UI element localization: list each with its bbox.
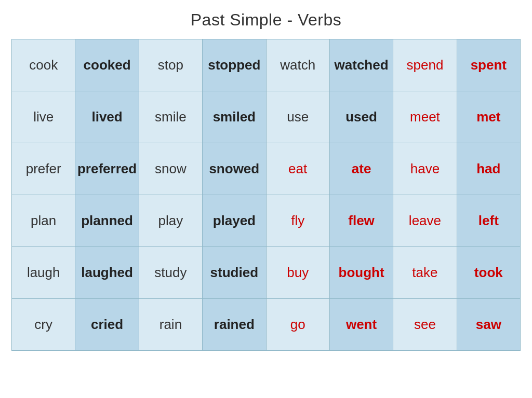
table-cell: take <box>393 247 457 299</box>
table-cell: study <box>139 247 202 299</box>
table-cell: lived <box>75 91 139 143</box>
table-cell: see <box>393 299 457 351</box>
table-cell: stop <box>139 39 202 91</box>
table-cell: used <box>329 91 393 143</box>
table-cell: spend <box>393 39 457 91</box>
table-cell: fly <box>266 195 329 247</box>
table-cell: eat <box>266 143 329 195</box>
table-cell: cooked <box>75 39 139 91</box>
table-cell: go <box>266 299 329 351</box>
table-cell: buy <box>266 247 329 299</box>
table-cell: watched <box>329 39 393 91</box>
table-cell: preferred <box>75 143 139 195</box>
table-cell: played <box>203 195 266 247</box>
table-row: crycriedrainrainedgowentseesaw <box>12 299 521 351</box>
table-cell: prefer <box>12 143 75 195</box>
table-cell: left <box>457 195 520 247</box>
table-row: planplannedplayplayedflyflewleaveleft <box>12 195 521 247</box>
table-cell: play <box>139 195 202 247</box>
table-cell: live <box>12 91 75 143</box>
table-cell: laughed <box>75 247 139 299</box>
table-cell: snowed <box>203 143 266 195</box>
table-cell: laugh <box>12 247 75 299</box>
table-cell: stopped <box>203 39 266 91</box>
table-cell: went <box>329 299 393 351</box>
verbs-table: cookcookedstopstoppedwatchwatchedspendsp… <box>11 39 521 351</box>
table-cell: meet <box>393 91 457 143</box>
table-cell: use <box>266 91 329 143</box>
table-cell: saw <box>457 299 520 351</box>
table-cell: ate <box>329 143 393 195</box>
table-cell: cook <box>12 39 75 91</box>
table-cell: took <box>457 247 520 299</box>
table-row: livelivedsmilesmileduseusedmeetmet <box>12 91 521 143</box>
table-cell: rained <box>203 299 266 351</box>
table-cell: have <box>393 143 457 195</box>
table-cell: met <box>457 91 520 143</box>
table-cell: smile <box>139 91 202 143</box>
table-cell: smiled <box>203 91 266 143</box>
table-cell: watch <box>266 39 329 91</box>
table-cell: planned <box>75 195 139 247</box>
table-cell: had <box>457 143 520 195</box>
table-cell: snow <box>139 143 202 195</box>
table-cell: plan <box>12 195 75 247</box>
table-cell: spent <box>457 39 520 91</box>
table-cell: studied <box>203 247 266 299</box>
table-cell: leave <box>393 195 457 247</box>
table-row: preferpreferredsnowsnowedeatatehavehad <box>12 143 521 195</box>
table-row: cookcookedstopstoppedwatchwatchedspendsp… <box>12 39 521 91</box>
table-cell: flew <box>329 195 393 247</box>
table-cell: rain <box>139 299 202 351</box>
table-cell: bought <box>329 247 393 299</box>
table-cell: cry <box>12 299 75 351</box>
table-row: laughlaughedstudystudiedbuyboughttaketoo… <box>12 247 521 299</box>
page-title: Past Simple - Verbs <box>191 10 342 30</box>
table-cell: cried <box>75 299 139 351</box>
